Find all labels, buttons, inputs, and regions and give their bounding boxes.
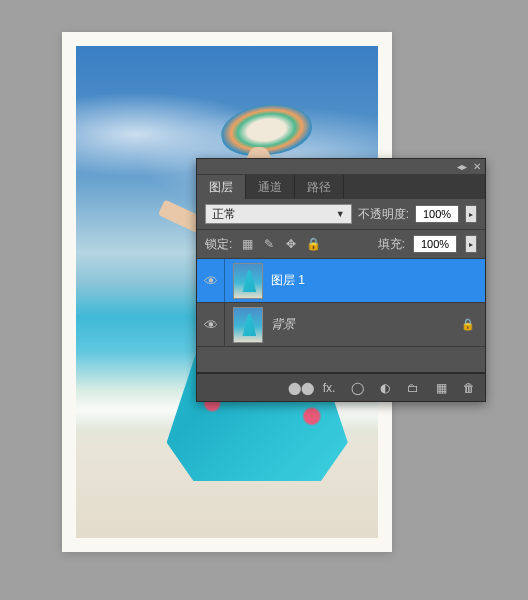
fill-field[interactable]: 100% [413, 235, 457, 253]
panel-header: ◂▸ ✕ [197, 159, 485, 175]
visibility-toggle[interactable]: 👁 [197, 303, 225, 346]
lock-pixels-icon[interactable]: ▦ [240, 237, 254, 251]
layer-name[interactable]: 背景 [271, 316, 461, 333]
opacity-arrow[interactable]: ▸ [465, 205, 477, 223]
mask-icon[interactable]: ◯ [349, 381, 365, 395]
folder-icon[interactable]: 🗀 [405, 381, 421, 395]
layers-list: 👁 图层 1 👁 背景 🔒 [197, 259, 485, 373]
tab-layers[interactable]: 图层 [197, 175, 246, 199]
lock-move-icon[interactable]: ✥ [284, 237, 298, 251]
opacity-label: 不透明度: [358, 206, 409, 223]
lock-icons-group: ▦ ✎ ✥ 🔒 [240, 237, 320, 251]
collapse-icon[interactable]: ◂▸ [457, 161, 467, 172]
panel-tabs: 图层 通道 路径 [197, 175, 485, 199]
panel-footer: ⬤⬤ fx. ◯ ◐ 🗀 ▦ 🗑 [197, 373, 485, 401]
dropdown-icon: ▼ [336, 209, 345, 219]
blend-opacity-row: 正常 ▼ 不透明度: 100% ▸ [197, 199, 485, 230]
lock-label: 锁定: [205, 236, 232, 253]
tab-channels[interactable]: 通道 [246, 175, 295, 199]
trash-icon[interactable]: 🗑 [461, 381, 477, 395]
fx-icon[interactable]: fx. [321, 381, 337, 395]
lock-fill-row: 锁定: ▦ ✎ ✥ 🔒 填充: 100% ▸ [197, 230, 485, 259]
layers-panel: ◂▸ ✕ 图层 通道 路径 正常 ▼ 不透明度: 100% ▸ 锁定: ▦ ✎ … [196, 158, 486, 402]
eye-icon: 👁 [204, 273, 218, 289]
lock-all-icon[interactable]: 🔒 [306, 237, 320, 251]
layer-row[interactable]: 👁 背景 🔒 [197, 303, 485, 347]
new-layer-icon[interactable]: ▦ [433, 381, 449, 395]
eye-icon: 👁 [204, 317, 218, 333]
layer-name[interactable]: 图层 1 [271, 272, 461, 289]
link-layers-icon[interactable]: ⬤⬤ [293, 381, 309, 395]
fill-arrow[interactable]: ▸ [465, 235, 477, 253]
opacity-field[interactable]: 100% [415, 205, 459, 223]
close-icon[interactable]: ✕ [473, 161, 481, 172]
layer-lock-indicator: 🔒 [461, 318, 485, 331]
layer-thumbnail[interactable] [233, 263, 263, 299]
tab-paths[interactable]: 路径 [295, 175, 344, 199]
lock-brush-icon[interactable]: ✎ [262, 237, 276, 251]
fill-label: 填充: [378, 236, 405, 253]
blend-mode-value: 正常 [212, 206, 236, 223]
visibility-toggle[interactable]: 👁 [197, 259, 225, 302]
layers-empty-area[interactable] [197, 347, 485, 373]
layer-row[interactable]: 👁 图层 1 [197, 259, 485, 303]
adjustment-icon[interactable]: ◐ [377, 381, 393, 395]
layer-thumbnail[interactable] [233, 307, 263, 343]
blend-mode-select[interactable]: 正常 ▼ [205, 204, 352, 224]
